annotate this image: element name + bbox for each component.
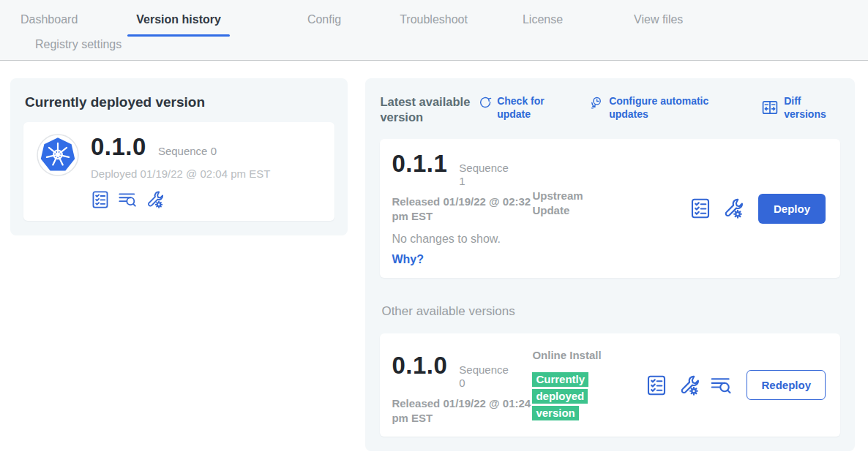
deployed-sequence: Sequence 0 xyxy=(158,145,217,158)
diff-versions-label: Diff versions xyxy=(784,94,837,121)
tab-config[interactable]: Config xyxy=(307,0,341,37)
tab-dashboard[interactable]: Dashboard xyxy=(20,0,78,37)
why-link[interactable]: Why? xyxy=(392,253,424,266)
config-wrench-icon[interactable] xyxy=(145,190,164,209)
latest-version-card: 0.1.1 Sequence 1 Released 01/19/22 @ 02:… xyxy=(380,139,840,278)
tab-label: License xyxy=(523,13,563,26)
tab-label: Registry settings xyxy=(35,38,121,50)
no-changes-text: No changes to show. xyxy=(392,233,532,246)
preflight-checklist-icon[interactable] xyxy=(91,190,110,209)
deployed-version-details: 0.1.0 Sequence 0 Deployed 01/19/22 @ 02:… xyxy=(91,134,270,209)
currently-deployed-panel: Currently deployed version 0.1. xyxy=(10,78,348,235)
other-version-card: 0.1.0 Sequence 0 Released 01/19/22 @ 01:… xyxy=(380,333,840,437)
nav-row-primary: Dashboard Version history Config Trouble… xyxy=(0,0,868,37)
deployed-timestamp: Deployed 01/19/22 @ 02:04 pm EST xyxy=(91,167,270,180)
other-version-info: 0.1.0 Sequence 0 Released 01/19/22 @ 01:… xyxy=(392,345,532,425)
deploy-button[interactable]: Deploy xyxy=(758,194,826,224)
tab-label: Troubleshoot xyxy=(400,13,468,26)
top-nav: Dashboard Version history Config Trouble… xyxy=(0,0,868,61)
other-version-released: Released 01/19/22 @ 01:24 pm EST xyxy=(392,396,532,425)
tab-troubleshoot[interactable]: Troubleshoot xyxy=(400,0,468,37)
latest-version-number: 0.1.1 xyxy=(392,151,447,177)
tab-label: View files xyxy=(634,13,683,26)
other-version-controls: Redeploy xyxy=(602,345,828,425)
latest-version-info: 0.1.1 Sequence 1 Released 01/19/22 @ 02:… xyxy=(392,151,532,266)
available-versions-panel: Latest available version Check for updat… xyxy=(365,78,855,451)
config-wrench-icon[interactable] xyxy=(722,197,744,219)
configure-automatic-updates-link[interactable]: Configure automatic updates xyxy=(589,94,732,121)
diff-versions-link[interactable]: Diff versions xyxy=(761,94,837,121)
diff-icon xyxy=(761,99,779,116)
currently-deployed-badge: Currently deployed version xyxy=(532,371,588,422)
deployed-version-number: 0.1.0 xyxy=(91,134,146,160)
currently-deployed-card: 0.1.0 Sequence 0 Deployed 01/19/22 @ 02:… xyxy=(23,122,334,221)
source-label: Upstream Update xyxy=(532,189,602,217)
refresh-icon xyxy=(477,95,492,110)
tab-label: Dashboard xyxy=(20,13,78,26)
source-label: Online Install xyxy=(532,348,602,363)
version-row: 0.1.1 Sequence 1 xyxy=(392,151,532,188)
config-wrench-icon[interactable] xyxy=(678,374,700,396)
latest-version-controls: Deploy xyxy=(602,151,828,266)
other-version-sequence: Sequence 0 xyxy=(459,363,512,390)
check-for-update-link[interactable]: Check for update xyxy=(477,94,560,121)
currently-deployed-title: Currently deployed version xyxy=(25,94,333,110)
other-version-number: 0.1.0 xyxy=(392,352,447,379)
tab-label: Config xyxy=(307,13,341,26)
redeploy-button[interactable]: Redeploy xyxy=(747,370,826,400)
available-versions-header: Latest available version Check for updat… xyxy=(380,94,840,124)
tab-license[interactable]: License xyxy=(523,0,563,37)
other-versions-heading: Other available versions xyxy=(381,304,840,319)
tab-version-history[interactable]: Version history xyxy=(136,0,221,37)
latest-version-source: Upstream Update xyxy=(532,151,602,266)
preflight-checklist-icon[interactable] xyxy=(646,374,667,396)
kubernetes-logo-icon xyxy=(37,134,79,176)
tab-registry-settings[interactable]: Registry settings xyxy=(35,37,809,51)
tab-view-files[interactable]: View files xyxy=(634,0,683,37)
preflight-checklist-icon[interactable] xyxy=(689,197,711,219)
configure-automatic-updates-label: Configure automatic updates xyxy=(609,94,732,121)
schedule-update-icon xyxy=(589,95,604,110)
deploy-logs-icon[interactable] xyxy=(710,374,732,396)
version-row: 0.1.0 Sequence 0 xyxy=(392,352,532,390)
nav-row-secondary: Registry settings xyxy=(0,37,868,60)
latest-version-released: Released 01/19/22 @ 02:32 pm EST xyxy=(392,195,532,223)
version-row: 0.1.0 Sequence 0 xyxy=(91,134,270,160)
check-for-update-label: Check for update xyxy=(497,94,560,121)
latest-version-sequence: Sequence 1 xyxy=(459,162,512,188)
badge-label: Currently deployed version xyxy=(532,372,588,420)
other-version-source: Online Install Currently deployed versio… xyxy=(532,345,602,425)
deploy-logs-icon[interactable] xyxy=(118,190,137,209)
deployed-action-icons xyxy=(91,190,270,209)
tab-label: Version history xyxy=(136,13,221,26)
latest-available-heading: Latest available version xyxy=(380,94,477,124)
main-content: Currently deployed version 0.1. xyxy=(0,61,868,451)
